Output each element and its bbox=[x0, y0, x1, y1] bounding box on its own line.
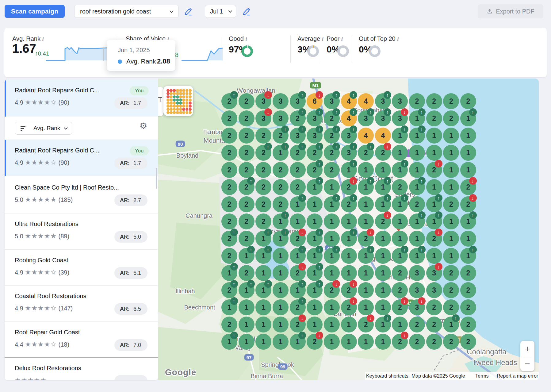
rank-pin[interactable]: 1 bbox=[358, 196, 374, 212]
rank-pin[interactable]: 2 bbox=[273, 162, 289, 178]
rank-pin[interactable]: 3 bbox=[409, 265, 425, 281]
rank-pin[interactable]: 1 bbox=[341, 317, 357, 332]
rank-pin[interactable]: 2 bbox=[239, 128, 254, 144]
rank-pin[interactable]: 1 bbox=[255, 299, 271, 315]
rank-pin[interactable]: 2 bbox=[221, 128, 237, 144]
rank-pin[interactable]: 1 bbox=[375, 282, 391, 298]
rank-pin[interactable]: 3 bbox=[409, 282, 425, 298]
rank-pin[interactable]: 2 bbox=[443, 93, 459, 109]
gear-icon[interactable]: ⚙ bbox=[140, 121, 147, 131]
rank-pin[interactable]: 2 bbox=[255, 162, 271, 178]
rank-pin[interactable]: 1 bbox=[426, 145, 442, 161]
rank-pin[interactable]: 1 bbox=[307, 196, 323, 212]
attribution-link[interactable]: Report a map error bbox=[497, 373, 538, 379]
list-item[interactable]: Radiant Roof Repairs Gold C... You 4.9 ★… bbox=[5, 79, 158, 117]
rank-pin[interactable]: 2 bbox=[426, 93, 442, 109]
rank-pin[interactable]: 2 bbox=[239, 162, 254, 178]
rank-pin[interactable]: 2 bbox=[239, 145, 254, 161]
rank-pin[interactable]: 2 bbox=[460, 334, 476, 350]
zoom-out-button[interactable]: − bbox=[520, 359, 534, 369]
rank-pin[interactable]: 2 bbox=[443, 299, 459, 315]
rank-pin[interactable]: 4 bbox=[358, 93, 374, 109]
rank-pin[interactable]: 1 bbox=[273, 248, 289, 264]
rank-pin[interactable]: 2 bbox=[460, 93, 476, 109]
rank-pin[interactable]: 1 bbox=[392, 317, 408, 332]
rank-pin[interactable]: 1 bbox=[426, 179, 442, 195]
list-item[interactable]: Ultra Roof Restorations 5.0 ★★★★★ (89) A… bbox=[5, 213, 158, 250]
rank-pin[interactable]: 2 bbox=[426, 299, 442, 315]
rank-pin[interactable]: 1 bbox=[375, 162, 391, 178]
rank-pin[interactable]: 2 bbox=[255, 179, 271, 195]
rank-pin[interactable]: 2 bbox=[273, 179, 289, 195]
rank-pin[interactable]: 1 bbox=[375, 248, 391, 264]
rank-pin[interactable]: 2 bbox=[426, 334, 442, 350]
rank-pin[interactable]: 1 bbox=[273, 282, 289, 298]
rank-pin[interactable]: 2 bbox=[221, 110, 237, 126]
rank-pin[interactable]: 1 bbox=[255, 265, 271, 281]
rank-pin[interactable]: 1 bbox=[307, 213, 323, 229]
rank-pin[interactable]: 2 bbox=[239, 110, 254, 126]
rank-pin[interactable]: 1 bbox=[290, 213, 306, 229]
rank-pin[interactable]: 2 bbox=[255, 213, 271, 229]
list-item[interactable]: Roof Repair Gold Coast 4.4 ★★★★☆ (18) AR… bbox=[5, 321, 158, 358]
rank-pin[interactable]: 2 bbox=[324, 162, 340, 178]
keyword-dropdown[interactable]: roof restoration gold coast bbox=[74, 5, 179, 18]
rank-pin[interactable]: 1 bbox=[443, 128, 459, 144]
rank-pin[interactable]: 1 bbox=[358, 265, 374, 281]
info-icon[interactable]: i bbox=[42, 36, 44, 42]
rank-pin[interactable]: 2 bbox=[221, 213, 237, 229]
rank-pin[interactable]: 1 bbox=[358, 299, 374, 315]
rank-pin[interactable]: 2 bbox=[409, 93, 425, 109]
rank-pin[interactable]: 1 bbox=[392, 213, 408, 229]
rank-pin[interactable]: 2 bbox=[273, 196, 289, 212]
info-icon[interactable]: i bbox=[322, 36, 323, 42]
rank-pin[interactable]: 2 bbox=[392, 282, 408, 298]
rank-pin[interactable]: 1 bbox=[358, 213, 374, 229]
export-pdf-button[interactable]: Export to PDF bbox=[478, 4, 543, 18]
rank-pin[interactable]: 1 bbox=[443, 248, 459, 264]
rank-pin[interactable]: 2 bbox=[409, 196, 425, 212]
rank-pin[interactable]: 2 bbox=[460, 299, 476, 315]
rank-pin[interactable]: 1 bbox=[409, 162, 425, 178]
rank-pin[interactable]: 1 bbox=[375, 231, 391, 247]
rank-pin[interactable]: 1 bbox=[341, 213, 357, 229]
rank-pin[interactable]: 1 bbox=[239, 334, 254, 350]
rank-pin[interactable]: 1 bbox=[443, 231, 459, 247]
rank-pin[interactable]: 1 bbox=[324, 179, 340, 195]
list-item[interactable]: Clean Space Co Pty ltd | Roof Resto... 5… bbox=[5, 177, 158, 213]
rank-pin[interactable]: 2 bbox=[290, 179, 306, 195]
rank-pin[interactable]: 1 bbox=[443, 179, 459, 195]
rank-pin[interactable]: 1 bbox=[273, 317, 289, 332]
rank-pin[interactable]: 1 bbox=[324, 265, 340, 281]
rank-pin[interactable]: 1 bbox=[443, 162, 459, 178]
rank-pin[interactable]: 2 bbox=[239, 231, 254, 247]
rank-pin[interactable]: 2 bbox=[443, 334, 459, 350]
rank-pin[interactable]: 1 bbox=[392, 145, 408, 161]
rank-pin[interactable]: 2 bbox=[392, 265, 408, 281]
rank-pin[interactable]: 1 bbox=[443, 145, 459, 161]
rank-pin[interactable]: 1 bbox=[324, 334, 340, 350]
rank-pin[interactable]: 1 bbox=[443, 213, 459, 229]
attribution-link[interactable]: Map data ©2025 Google bbox=[411, 373, 465, 379]
rank-pin[interactable]: 1 bbox=[460, 231, 476, 247]
rank-pin[interactable]: 2 bbox=[392, 179, 408, 195]
list-item[interactable]: Roofing Gold Coast 4.9 ★★★★☆ (39) AR:5.1 bbox=[5, 249, 158, 286]
rank-pin[interactable]: 3 bbox=[273, 93, 289, 109]
rank-pin[interactable]: 1 bbox=[324, 231, 340, 247]
rank-pin[interactable]: 1 bbox=[358, 162, 374, 178]
map[interactable]: WongawallanTamborineMountainBoylandCanun… bbox=[158, 79, 539, 380]
rank-pin[interactable]: 1 bbox=[255, 317, 271, 332]
rank-pin[interactable]: 3 bbox=[273, 110, 289, 126]
rank-pin[interactable]: 1 bbox=[358, 334, 374, 350]
edit-keyword-icon[interactable] bbox=[184, 7, 193, 16]
date-dropdown[interactable]: Jul 1 bbox=[205, 5, 236, 18]
rank-pin[interactable]: 2 bbox=[239, 265, 254, 281]
rank-pin[interactable]: 2 bbox=[290, 162, 306, 178]
rank-pin[interactable]: 1 bbox=[409, 145, 425, 161]
info-icon[interactable]: i bbox=[341, 36, 343, 42]
edit-date-icon[interactable] bbox=[242, 7, 251, 16]
rank-pin[interactable]: 2 bbox=[221, 162, 237, 178]
rank-pin[interactable]: 1 bbox=[341, 248, 357, 264]
rank-pin[interactable]: 1 bbox=[307, 299, 323, 315]
list-item[interactable]: Delux Roof Restorations ★★★★★ bbox=[5, 357, 158, 380]
